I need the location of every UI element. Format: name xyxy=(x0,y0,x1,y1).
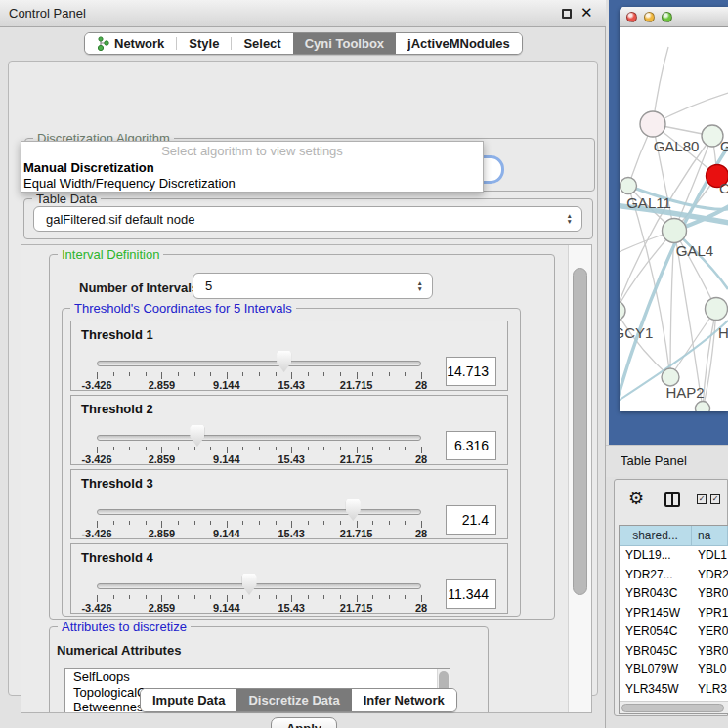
table-cell: YER054C xyxy=(620,622,692,642)
tab-impute-data[interactable]: Impute Data xyxy=(141,689,236,711)
node-gcy1[interactable] xyxy=(620,301,625,321)
threshold-value-field[interactable]: 11.344 xyxy=(446,579,496,609)
scale-label: 2.859 xyxy=(149,379,176,391)
scale-label: 2.859 xyxy=(149,602,176,614)
thresholds-group: Threshold's Coordinates for 5 Intervals … xyxy=(62,308,521,617)
node-gal11[interactable] xyxy=(621,178,637,194)
table-row[interactable]: YPR145W YPR1 xyxy=(620,604,728,623)
tab-label: Impute Data xyxy=(152,693,225,707)
tab-jactivemnodules[interactable]: jActiveMNodules xyxy=(396,33,522,54)
control-panel-tabs: Network Style Select Cyni Toolbox jActiv… xyxy=(84,32,523,55)
interval-definition-group: Interval Definition Number of Intervals … xyxy=(49,254,555,620)
table-row[interactable]: YBR043C YBR0 xyxy=(620,584,728,604)
checkbox-icon[interactable]: ✓ xyxy=(697,494,707,504)
network-canvas[interactable]: GAL80 G C GAL11 GAL4 GCY1 H HAP2 xyxy=(620,27,728,411)
tab-label: Select xyxy=(243,36,280,51)
column-header-name[interactable]: na xyxy=(692,526,728,546)
dropdown-option-manual[interactable]: Manual Discretization xyxy=(21,160,483,176)
node-label: C xyxy=(719,180,728,196)
node-gal4[interactable] xyxy=(663,219,687,243)
zoom-traffic-light[interactable] xyxy=(662,12,672,22)
scale-label: 28 xyxy=(415,602,427,614)
scale-label: 2.859 xyxy=(149,453,176,465)
gear-icon[interactable]: ⚙ xyxy=(628,488,644,509)
scale-label: 9.144 xyxy=(213,379,240,391)
stepper-icon: ▲▼ xyxy=(417,280,423,292)
node-label: G xyxy=(720,138,728,154)
table-column-headers: shared... na xyxy=(620,526,728,546)
slider-thumb[interactable] xyxy=(346,499,361,521)
table-row[interactable]: YLR345W YLR3 xyxy=(620,680,728,700)
slider-track[interactable] xyxy=(97,509,421,515)
tab-infer-network[interactable]: Infer Network xyxy=(352,689,456,711)
tab-label: jActiveMNodules xyxy=(407,36,510,51)
slider-thumb[interactable] xyxy=(190,425,204,447)
scale-label: 15.43 xyxy=(278,379,305,391)
tab-select[interactable]: Select xyxy=(232,33,292,54)
slider-track[interactable] xyxy=(97,583,421,589)
group-label: Interval Definition xyxy=(58,247,163,262)
threshold-value-field[interactable]: 14.713 xyxy=(446,357,496,386)
table-data-combobox[interactable]: galFiltered.sif default node ▲▼ xyxy=(33,206,582,232)
scale-label: 28 xyxy=(415,379,427,391)
table-cell: YBL0 xyxy=(692,661,728,680)
numerical-attributes-label: Numerical Attributes xyxy=(57,643,181,658)
table-row[interactable]: YDL19... YDL1 xyxy=(620,546,728,566)
tab-network[interactable]: Network xyxy=(85,33,176,54)
close-icon[interactable]: ✕ xyxy=(580,4,593,21)
node-h[interactable] xyxy=(706,298,728,321)
horizontal-scrollbar[interactable] xyxy=(620,701,728,713)
slider-track[interactable] xyxy=(97,435,421,441)
scrollbar-thumb[interactable] xyxy=(573,268,587,595)
column-view-icon[interactable] xyxy=(664,492,680,507)
column-header-shared-name[interactable]: shared... xyxy=(620,526,692,546)
minimize-traffic-light[interactable] xyxy=(644,12,655,22)
table-row[interactable]: YBR045C YBR0 xyxy=(620,642,728,662)
attribute-item[interactable]: SelfLoops xyxy=(65,669,450,685)
node-label: H xyxy=(718,324,728,341)
control-panel-titlebar: Control Panel ✕ xyxy=(0,0,606,27)
scrollbar-thumb[interactable] xyxy=(621,704,724,712)
cyni-mode-tabs: Impute Data Discretize Data Infer Networ… xyxy=(140,688,457,712)
checkbox-icon[interactable]: ✓ xyxy=(710,494,720,504)
slider-scale-labels: -3.4262.8599.14415.4321.71528 xyxy=(71,602,507,615)
scale-label: 9.144 xyxy=(213,602,240,614)
slider-thumb[interactable] xyxy=(277,351,291,372)
vertical-scrollbar[interactable] xyxy=(568,245,591,713)
table-row[interactable]: YER054C YER0 xyxy=(620,622,728,642)
scale-label: 28 xyxy=(415,453,427,465)
network-window-titlebar[interactable] xyxy=(620,7,728,27)
scale-label: 2.859 xyxy=(149,528,176,539)
table-row[interactable]: YBL079W YBL0 xyxy=(620,661,728,680)
scale-label: 9.144 xyxy=(213,528,240,539)
tab-discretize-data[interactable]: Discretize Data xyxy=(236,689,351,711)
node-label: GAL4 xyxy=(676,242,713,259)
table-cell: YPR1 xyxy=(692,604,728,623)
table-cell: YBR0 xyxy=(692,642,728,662)
number-of-intervals-combobox[interactable]: 5 ▲▼ xyxy=(193,273,433,299)
table-panel-title: Table Panel xyxy=(621,453,687,468)
slider-thumb[interactable] xyxy=(242,574,257,595)
threshold-value-field[interactable]: 21.4 xyxy=(446,505,496,535)
dropdown-option-equal-width[interactable]: Equal Width/Frequency Discretization xyxy=(21,176,483,192)
tab-label: Discretize Data xyxy=(248,693,339,707)
scale-label: -3.426 xyxy=(81,528,111,539)
tab-style[interactable]: Style xyxy=(177,33,231,54)
threshold-panel: Threshold 4 -3.4262.8599.14415.4321.7152… xyxy=(70,543,508,614)
node-gal80[interactable] xyxy=(640,111,665,137)
threshold-value-field[interactable]: 6.316 xyxy=(446,431,496,460)
dropdown-hint-item[interactable]: Select algorithm to view settings xyxy=(21,142,483,160)
apply-button[interactable]: Apply xyxy=(271,717,337,728)
node-bottom[interactable] xyxy=(696,402,710,412)
threshold-label: Threshold 1 xyxy=(81,327,153,342)
slider-scale-labels: -3.4262.8599.14415.4321.71528 xyxy=(71,528,507,540)
float-window-icon[interactable] xyxy=(562,9,572,19)
scale-label: 28 xyxy=(415,528,427,539)
table-row[interactable]: YDR27... YDR2 xyxy=(620,566,728,585)
close-traffic-light[interactable] xyxy=(626,12,637,22)
network-view-window[interactable]: GAL80 G C GAL11 GAL4 GCY1 H HAP2 xyxy=(620,7,728,411)
threshold-panel: Threshold 3 -3.4262.8599.14415.4321.7152… xyxy=(70,469,508,539)
tab-cyni-toolbox[interactable]: Cyni Toolbox xyxy=(293,33,396,54)
slider-track[interactable] xyxy=(97,361,421,366)
scale-label: 15.43 xyxy=(278,602,305,614)
